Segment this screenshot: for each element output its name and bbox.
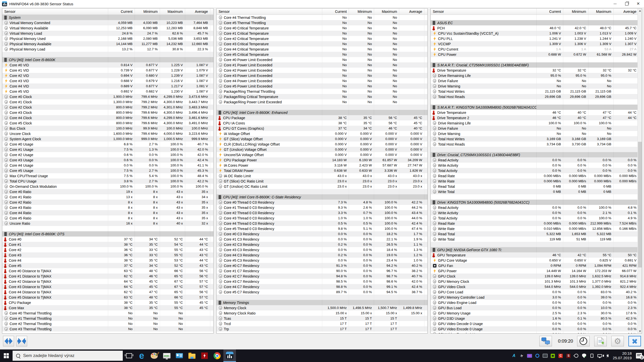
sensor-row[interactable]: IA Cores Power3.116 W2.423 W57.687 W27.7… (217, 163, 428, 168)
sensor-row[interactable]: Core #5 VID0.692 V0.682 V1.230 V1.087 V (2, 89, 213, 94)
sensor-row[interactable]: Drive Temperature46 °C40 °C47 °C44 °C (431, 110, 642, 115)
sensor-row[interactable]: Core #5 Thread 0 C0 Residency9.8 %5.1 %1… (217, 226, 428, 231)
sensor-row[interactable]: Core #2 Distance to TjMAX64 °C45 °C67 °C… (2, 279, 213, 284)
column-header-current[interactable]: Current (108, 9, 135, 15)
sensor-row[interactable]: Package/Ring Thermal ThrottlingNoNoNo (217, 89, 428, 94)
sensor-row[interactable]: Core #336 °C33 °C55 °C43 °C (2, 252, 213, 258)
sensor-row[interactable]: Core #5 Usage7.5 %2.7 %100.0 %45.3 % (2, 168, 213, 173)
tray-network-icon[interactable] (597, 353, 602, 358)
sensor-row[interactable]: Drive Remaining Life95.0 %95.0 %95.0 % (431, 73, 642, 78)
scrollbar-thumb[interactable] (638, 142, 642, 267)
section-header-row[interactable]: S.M.A.R.T.: Crucial_CT256MX100SSD1 (1438… (431, 62, 642, 68)
tray-usb-icon[interactable] (589, 353, 594, 358)
sensor-row[interactable]: Tcas15 T15 T15 T (217, 316, 428, 321)
sensor-row[interactable]: GPU Video Clock544.0 MHz544.0 MHz1,392.0… (431, 284, 642, 289)
sensor-row[interactable]: Core Max38 °C35 °C55 °C45 °C (2, 305, 213, 310)
sensor-row[interactable]: Read Rate0.000 MB/s0.000 MB/s212.999 MB/… (431, 221, 642, 226)
sensor-row[interactable]: Write Rate0.010 MB/s0.000 MB/s12.856 MB/… (431, 226, 642, 231)
sensor-row[interactable]: Virtual Memory Load24.8 %24.7 %62.6 %45.… (2, 31, 213, 36)
column-header-average[interactable]: Average (614, 9, 639, 15)
remote-monitoring-button[interactable] (539, 336, 552, 346)
settings-button[interactable]: ⚙ (611, 336, 624, 346)
sensor-row[interactable]: Core #2 Critical TemperatureNoNoNo (217, 36, 428, 41)
clock-button[interactable] (577, 336, 590, 346)
tray-speaker-icon[interactable] (605, 353, 610, 358)
sensor-row[interactable]: Core #2 Thread 0 C0 Residency3.3 %0.7 %1… (217, 210, 428, 215)
sensor-row[interactable]: System Agent Clock1,000.0 MHz999.0 MHz1,… (2, 136, 213, 142)
column-header-sensor[interactable]: Sensor (217, 9, 323, 15)
sensor-row[interactable]: Core #1 Clock1,300.0 MHz799.2 MHz4,300.0… (2, 99, 213, 105)
scroll-up-button[interactable] (638, 9, 642, 13)
sensor-row[interactable]: Core #1 VID0.739 V0.677 V1.228 V1.079 V (2, 68, 213, 73)
close-sensors-button[interactable] (628, 336, 641, 346)
column-header-average[interactable]: Average (399, 9, 424, 15)
sensor-row[interactable]: Core #0 Clock1,900.0 MHz799.4 MHz4,299.0… (2, 94, 213, 99)
notification-center-button[interactable]: 2 (636, 353, 642, 358)
sensor-row[interactable]: Read Activity0.0 %0.0 %100.0 %4.8 % (431, 205, 642, 210)
sensor-row[interactable]: Core #3 Thread 0 C0 Residency1.0 %1.0 %1… (217, 215, 428, 221)
sensor-row[interactable]: Write Total119 MB51 MB119 MB (431, 237, 642, 242)
sensor-row[interactable]: Core #3 Power Limit ExceededNoNoNo (217, 73, 428, 78)
sensor-row[interactable]: Core #0 Usage6.8 %2.7 %100.0 %40.7 % (2, 142, 213, 147)
sensor-row[interactable]: Core #2 Usage0.6 %0.0 %100.0 %42.0 % (2, 152, 213, 157)
sensor-row[interactable]: Total Host Writes21,115 GB21,115 GB21,11… (431, 89, 642, 94)
section-header-row[interactable]: Drive: KINGSTON SA1000M8480G (50026B7682… (431, 200, 642, 205)
sensor-row[interactable]: Total Host Reads29,696 GB29,696 GB29,696… (431, 94, 642, 99)
sensor-row[interactable]: IA Voltage Offset0.000 V0.000 V0.000 V0.… (217, 131, 428, 136)
tray-swirl-icon[interactable] (535, 353, 540, 358)
sensor-row[interactable]: Write Activity0.0 %0.0 %2.1 %0.1 % (431, 210, 642, 215)
column-header-minimum[interactable]: Minimum (563, 9, 588, 15)
sensor-row[interactable]: Core #1 Thread 0 C0 Residency9.3 %2.6 %1… (217, 205, 428, 210)
taskbar-item-paint[interactable] (148, 349, 160, 362)
sensor-row[interactable]: CPU Current1 A1 A53 A27 A (431, 47, 642, 52)
taskbar-item-file-explorer[interactable] (186, 349, 198, 362)
task-view-button[interactable] (123, 349, 135, 362)
collapse-columns-button[interactable] (16, 336, 27, 346)
sensor-row[interactable]: Core #0 Ratio19 x8 x43 x35 x (2, 189, 213, 194)
sensor-row[interactable]: Core #5 Ratio8 x8 x43 x35 x (2, 215, 213, 221)
sensor-row[interactable]: GPU Video Encode 1 Usage0.0 %0.0 %0.0 %0… (431, 332, 642, 334)
sensor-row[interactable]: Core #4 VID0.689 V0.677 V1.217 V1.081 V (2, 83, 213, 89)
sensor-row[interactable]: Core #1 C3 Residency0.0 %0.0 %22.1 %1.9 … (217, 237, 428, 242)
sensor-row[interactable]: Core #2 Ratio8 x8 x43 x35 x (2, 200, 213, 205)
restore-button[interactable] (621, 0, 632, 8)
taskbar-item-performance-monitor[interactable] (160, 349, 173, 362)
sensor-row[interactable]: Core #1 Power Limit ExceededNoNoNo (217, 62, 428, 68)
sensor-row[interactable]: Drive Temperature 246 °C40 °C47 °C44 °C (431, 115, 642, 120)
taskbar-item-hwinfo-active[interactable] (223, 349, 236, 362)
column-header-current[interactable]: Current (537, 9, 563, 15)
sensor-row[interactable]: Total CPU Usage3.8 %2.7 %100.0 %42.2 % (2, 178, 213, 184)
column-header-sensor[interactable]: Sensor (431, 9, 537, 15)
search-input[interactable]: Sem zadejte hledaný výraz (13, 351, 123, 361)
sensor-row[interactable]: Core #2 C7 Residency94.8 %0.0 %98.7 %40.… (217, 274, 428, 279)
sensor-row[interactable]: Max CPU/Thread Usage7.5 %5.4 %100.0 %48.… (2, 173, 213, 178)
sensor-row[interactable]: Core #4 Distance to TjMAX62 °C47 °C65 °C… (2, 289, 213, 295)
sensor-row[interactable]: GPU Video Encode 0 Usage0.0 %0.0 %0.0 %0… (431, 326, 642, 332)
sensor-row[interactable]: Core #0 Thread 0 C0 Residency7.3 %4.8 %1… (217, 200, 428, 205)
sensor-row[interactable]: CPU GT Cores (Graphics)37 °C34 °C46 °C40… (217, 126, 428, 131)
sensor-row[interactable]: Core #0 C7 Residency91.3 %0.0 %94.2 %40.… (217, 263, 428, 268)
vertical-scrollbar[interactable] (637, 9, 642, 333)
sensor-row[interactable]: Write Rate0.000 MB/s0.000 MB/s0.000 MB/s… (431, 178, 642, 184)
tray-satellite-icon[interactable] (574, 353, 579, 358)
sensor-row[interactable]: Core #1 C7 Residency90.0 %0.0 %96.7 %38.… (217, 268, 428, 274)
sensor-row[interactable]: Read Activity0.0 %0.0 %0.0 %0.0 % (431, 157, 642, 163)
sensor-row[interactable]: Total Host Writes3,169 GB3,168 GB3,169 G… (431, 136, 642, 142)
sensor-row[interactable]: Core #4 C3 Residency0.2 %0.0 %19.0 %1.2 … (217, 252, 428, 258)
sensor-row[interactable]: PCH48.0 °C42.0 °C48.0 °C45.7 °C (431, 25, 642, 31)
sensor-row[interactable]: GPU Memory Usage2.5 %2.3 %30.0 %17.6 % (431, 310, 642, 316)
sensor-row[interactable]: Core #4 Ratio8 x8 x43 x35 x (2, 210, 213, 215)
sensor-row[interactable]: Physical Memory Available14,144 MB11,277… (2, 41, 213, 47)
sensor-row[interactable]: GT (Slice) OC Ratio Limit23.0 x23.0 x23.… (217, 178, 428, 184)
sensor-row[interactable]: Total Host Reads3,734 GB3,730 GB3,734 GB (431, 142, 642, 147)
sensor-row[interactable]: Trcd17 T17 T17 T (217, 321, 428, 326)
tray-fps-60-icon[interactable]: 60 (527, 353, 532, 358)
sensor-row[interactable]: Core #5 Clock800.0 MHz799.6 MHz4,300.0 M… (2, 120, 213, 126)
sensor-row[interactable]: Total Activity0.0 %0.0 %0.0 %0.0 % (431, 168, 642, 173)
sensor-row[interactable]: Drive FailureNoNoNo (431, 126, 642, 131)
section-header-row[interactable]: CPU [#0]: Intel Core i5-8600K: C-State R… (217, 194, 428, 200)
tray-monitor-icon[interactable] (543, 353, 548, 358)
tray-jet-icon[interactable]: ✈ (519, 353, 525, 359)
scroll-down-button[interactable] (638, 329, 642, 333)
sensor-row[interactable]: Trp17 T17 T17 T (217, 326, 428, 332)
